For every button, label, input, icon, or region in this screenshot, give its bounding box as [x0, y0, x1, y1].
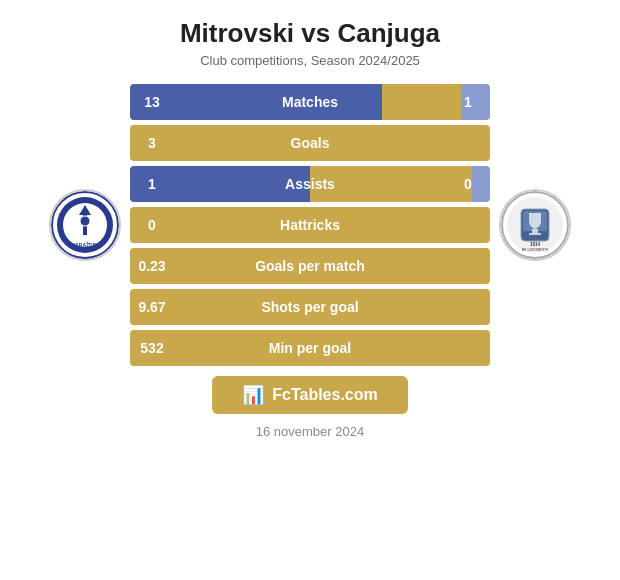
stat-left-value: 0 [130, 217, 174, 233]
stat-label: Hattricks [174, 217, 446, 233]
stat-left-value: 532 [130, 340, 174, 356]
page-container: Mitrovski vs Canjuga Club competitions, … [0, 0, 620, 580]
right-club-logo: 1914 BK LOKOMOTIV [499, 189, 571, 261]
svg-rect-11 [529, 233, 541, 235]
main-section: VARAŽDIN 13Matches13Goals1Assists00Hattr… [0, 84, 620, 366]
stat-left-value: 13 [130, 94, 174, 110]
svg-text:BK LOKOMOTIV: BK LOKOMOTIV [522, 248, 549, 252]
stat-left-value: 0.23 [130, 258, 174, 274]
stat-row: 1Assists0 [130, 166, 490, 202]
stat-row: 0Hattricks [130, 207, 490, 243]
stat-row: 9.67Shots per goal [130, 289, 490, 325]
stat-right-value: 0 [446, 176, 490, 192]
stat-right-value: 1 [446, 94, 490, 110]
logo-right-container: 1914 BK LOKOMOTIV [490, 189, 580, 261]
stat-left-value: 1 [130, 176, 174, 192]
watermark-box: 📊 FcTables.com [212, 376, 408, 414]
left-club-logo: VARAŽDIN [49, 189, 121, 261]
stat-left-value: 9.67 [130, 299, 174, 315]
stat-label: Shots per goal [174, 299, 446, 315]
stat-label: Goals per match [174, 258, 446, 274]
date-text: 16 november 2024 [256, 424, 364, 439]
watermark-text: FcTables.com [272, 386, 378, 404]
svg-point-5 [80, 216, 90, 226]
svg-rect-10 [532, 229, 538, 233]
svg-text:VARAŽDIN: VARAŽDIN [72, 241, 98, 248]
stat-row: 13Matches1 [130, 84, 490, 120]
stat-label: Min per goal [174, 340, 446, 356]
stat-row: 0.23Goals per match [130, 248, 490, 284]
stat-label: Matches [174, 94, 446, 110]
stat-left-value: 3 [130, 135, 174, 151]
stat-label: Assists [174, 176, 446, 192]
stat-label: Goals [174, 135, 446, 151]
stat-row: 532Min per goal [130, 330, 490, 366]
stat-row: 3Goals [130, 125, 490, 161]
logo-left-container: VARAŽDIN [40, 189, 130, 261]
stats-column: 13Matches13Goals1Assists00Hattricks0.23G… [130, 84, 490, 366]
page-title: Mitrovski vs Canjuga [180, 18, 440, 49]
page-subtitle: Club competitions, Season 2024/2025 [200, 53, 420, 68]
watermark-icon: 📊 [242, 384, 264, 406]
svg-text:1914: 1914 [530, 242, 541, 247]
